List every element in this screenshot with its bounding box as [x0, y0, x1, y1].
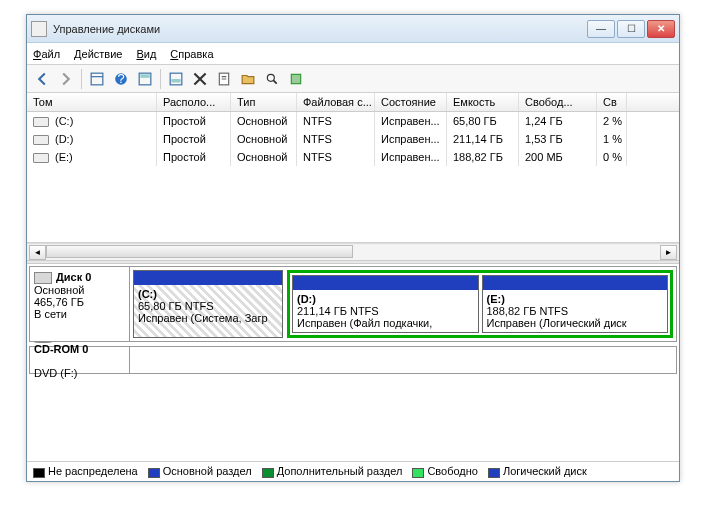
legend-unallocated: Не распределена [33, 465, 138, 477]
disk-header[interactable]: Диск 0 Основной 465,76 ГБ В сети [30, 267, 130, 341]
delete-button[interactable] [189, 68, 211, 90]
disk-icon [34, 272, 52, 284]
help-button[interactable]: ? [110, 68, 132, 90]
volume-icon [33, 117, 49, 127]
view-list-button[interactable] [86, 68, 108, 90]
menu-action[interactable]: Действие [74, 48, 122, 60]
col-free[interactable]: Свобод... [519, 93, 597, 111]
window-title: Управление дисками [53, 23, 587, 35]
table-row[interactable]: (E:)ПростойОсновнойNTFSИсправен...188,82… [27, 148, 679, 166]
table-row[interactable]: (C:)ПростойОсновнойNTFSИсправен...65,80 … [27, 112, 679, 130]
legend: Не распределена Основной раздел Дополнит… [27, 461, 679, 481]
svg-rect-11 [291, 74, 300, 83]
titlebar[interactable]: Управление дисками — ☐ ✕ [27, 15, 679, 43]
toolbar: ? [27, 65, 679, 93]
svg-line-10 [273, 80, 277, 84]
partition-d[interactable]: (D:) 211,14 ГБ NTFS Исправен (Файл подка… [292, 275, 479, 333]
settings-button[interactable] [285, 68, 307, 90]
disk-row[interactable]: Диск 0 Основной 465,76 ГБ В сети (C:) 65… [29, 266, 677, 342]
legend-extended: Дополнительный раздел [262, 465, 403, 477]
col-fs[interactable]: Файловая с... [297, 93, 375, 111]
partition-c[interactable]: (C:) 65,80 ГБ NTFS Исправен (Система, За… [133, 270, 283, 338]
svg-text:?: ? [117, 72, 124, 86]
volume-icon [33, 135, 49, 145]
svg-rect-5 [140, 74, 149, 78]
scroll-left-button[interactable]: ◄ [29, 245, 46, 260]
col-status[interactable]: Состояние [375, 93, 447, 111]
maximize-button[interactable]: ☐ [617, 20, 645, 38]
legend-logical: Логический диск [488, 465, 587, 477]
h-scrollbar[interactable]: ◄ ► [27, 243, 679, 260]
menu-file[interactable]: Файл [33, 48, 60, 60]
disk-graphical-view: Диск 0 Основной 465,76 ГБ В сети (C:) 65… [27, 264, 679, 461]
scroll-thumb[interactable] [46, 245, 353, 258]
extended-partition-wrap: (D:) 211,14 ГБ NTFS Исправен (Файл подка… [287, 270, 673, 338]
legend-free: Свободно [412, 465, 478, 477]
volume-list-header: Том Располо... Тип Файловая с... Состоян… [27, 93, 679, 112]
open-button[interactable] [237, 68, 259, 90]
col-pct[interactable]: Св [597, 93, 627, 111]
menu-help[interactable]: Справка [170, 48, 213, 60]
close-button[interactable]: ✕ [647, 20, 675, 38]
volume-list: Том Располо... Тип Файловая с... Состоян… [27, 93, 679, 243]
find-button[interactable] [261, 68, 283, 90]
menu-view[interactable]: Вид [136, 48, 156, 60]
col-volume[interactable]: Том [27, 93, 157, 111]
scroll-right-button[interactable]: ► [660, 245, 677, 260]
disk-management-window: Управление дисками — ☐ ✕ Файл Действие В… [26, 14, 680, 482]
col-capacity[interactable]: Емкость [447, 93, 519, 111]
back-button[interactable] [31, 68, 53, 90]
svg-rect-7 [171, 79, 180, 83]
menubar: Файл Действие Вид Справка [27, 43, 679, 65]
forward-button[interactable] [55, 68, 77, 90]
app-icon [31, 21, 47, 37]
minimize-button[interactable]: — [587, 20, 615, 38]
partition-e[interactable]: (E:) 188,82 ГБ NTFS Исправен (Логический… [482, 275, 669, 333]
table-row[interactable]: (D:)ПростойОсновнойNTFSИсправен...211,14… [27, 130, 679, 148]
volume-icon [33, 153, 49, 163]
cdrom-row[interactable]: CD-ROM 0 DVD (F:) [29, 346, 677, 374]
col-layout[interactable]: Располо... [157, 93, 231, 111]
properties-button[interactable] [213, 68, 235, 90]
svg-rect-0 [91, 73, 103, 85]
col-type[interactable]: Тип [231, 93, 297, 111]
legend-primary: Основной раздел [148, 465, 252, 477]
view-top-button[interactable] [134, 68, 156, 90]
refresh-button[interactable] [165, 68, 187, 90]
